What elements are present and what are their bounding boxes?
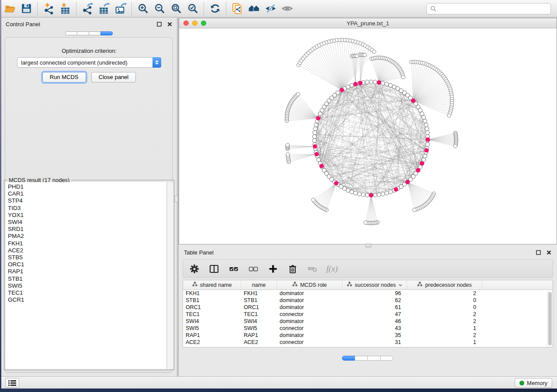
column-type-icon (192, 282, 197, 288)
export-image-button[interactable] (112, 2, 129, 16)
table-scrollbar-thumb[interactable] (548, 292, 552, 345)
column-header[interactable]: successor nodes (343, 280, 407, 289)
zoom-out-button[interactable] (151, 2, 168, 16)
mcds-result-item[interactable]: TID3 (8, 205, 166, 212)
delete-column-button[interactable] (287, 263, 299, 275)
table-row[interactable]: FKH1 FKH1 dominator 96 2 (183, 290, 553, 297)
mcds-result-item[interactable]: CAR1 (8, 190, 166, 197)
hide-selected-button[interactable] (262, 2, 279, 16)
column-header[interactable]: shared name (183, 280, 241, 289)
toolbar-separator (226, 2, 226, 15)
trash-icon (288, 264, 298, 274)
table-row[interactable]: YOX1 YOX1 connector 29 1 (183, 346, 553, 347)
table-row[interactable]: RAP1 RAP1 dominator 35 2 (183, 332, 553, 339)
table-settings-button[interactable] (188, 263, 201, 275)
memory-label: Memory (527, 380, 547, 386)
table-row[interactable]: ORC1 ORC1 dominator 61 0 (183, 304, 553, 311)
network-graph[interactable] (179, 28, 557, 244)
float-table-panel-icon[interactable] (535, 250, 541, 256)
close-table-panel-icon[interactable] (546, 250, 552, 256)
function-builder-button[interactable]: f(x) (326, 263, 338, 275)
mcds-result-item[interactable]: PHD1 (8, 183, 166, 190)
share-document-button[interactable] (229, 2, 246, 16)
table-row[interactable]: SWI5 SWI5 connector 43 1 (183, 325, 553, 332)
vertical-splitter-handle[interactable] (174, 196, 178, 202)
task-history-button[interactable] (5, 378, 19, 388)
delete-table-icon (308, 264, 317, 274)
close-panel-button[interactable]: Close panel (91, 72, 136, 83)
refresh-button[interactable] (207, 2, 223, 16)
refresh-icon (209, 3, 221, 14)
mcds-result-item[interactable]: SWI5 (8, 282, 166, 289)
table-scrollbar[interactable] (547, 290, 553, 347)
toolbar-separator (37, 2, 38, 15)
mcds-result-item[interactable]: RAP1 (8, 268, 166, 275)
control-panel-tab[interactable] (100, 31, 113, 35)
import-table-button[interactable] (57, 2, 73, 16)
table-tab[interactable] (342, 356, 355, 361)
mcds-result-item[interactable]: STB1 (8, 275, 166, 282)
mcds-result-item[interactable]: GCR1 (8, 296, 166, 303)
delete-table-button[interactable] (306, 263, 318, 275)
control-panel-tab[interactable] (77, 31, 89, 35)
table-tab[interactable] (367, 356, 381, 361)
control-panel-tab[interactable] (89, 31, 101, 35)
mcds-result-item[interactable]: SWI4 (8, 219, 166, 226)
table-panel: Table Panel f(x) (179, 247, 557, 376)
import-network-button[interactable] (40, 2, 57, 16)
memory-button[interactable]: Memory (515, 378, 552, 388)
open-file-button[interactable] (1, 2, 18, 16)
first-neighbors-button[interactable] (246, 2, 262, 16)
table-row[interactable]: TEC1 TEC1 connector 47 2 (183, 311, 553, 318)
mcds-result-item[interactable]: SRD1 (8, 226, 166, 233)
node-table-header: shared name name MCDS role successor nod… (183, 280, 553, 290)
column-header[interactable]: predecessor nodes (407, 280, 482, 289)
network-canvas[interactable] (179, 28, 557, 244)
mcds-result-item[interactable]: FKH1 (8, 240, 166, 247)
table-row[interactable]: STB1 STB1 dominator 62 0 (183, 297, 553, 304)
mcds-result-item[interactable]: STP4 (8, 197, 166, 204)
table-tab[interactable] (380, 356, 393, 361)
mcds-result-list: PHD1CAR1STP4TID3YOX1SWI4SRD1PMA2FKH1ACE2… (5, 182, 167, 369)
column-header[interactable]: MCDS role (277, 280, 343, 289)
toolbar-separator (131, 2, 132, 15)
show-columns-button[interactable] (208, 263, 220, 275)
mcds-result-item[interactable]: STB5 (8, 254, 166, 261)
mcds-list-scrollbar[interactable] (167, 182, 173, 369)
mcds-result-item[interactable]: ORC1 (8, 261, 166, 268)
export-network-button[interactable] (79, 2, 96, 16)
mcds-result-item[interactable]: PMA2 (8, 233, 166, 240)
table-row[interactable]: ACE2 ACE2 connector 31 1 (183, 339, 553, 346)
control-panel-tab[interactable] (65, 31, 77, 35)
zoom-selected-button[interactable] (184, 2, 201, 16)
export-table-icon (98, 3, 110, 14)
zoom-fit-button[interactable] (168, 2, 184, 16)
zoom-out-icon (154, 3, 166, 14)
add-column-button[interactable] (267, 263, 279, 275)
column-type-icon (417, 282, 422, 288)
save-session-button[interactable] (18, 2, 35, 16)
float-panel-icon[interactable] (156, 21, 162, 27)
main-toolbar (1, 0, 557, 17)
table-panel-tabs (179, 356, 557, 361)
node-table-body: FKH1 FKH1 dominator 96 2 STB1 STB1 domin… (183, 290, 553, 347)
close-panel-icon[interactable] (166, 21, 173, 27)
mcds-result-item[interactable]: YOX1 (8, 212, 166, 219)
show-all-button[interactable] (279, 2, 295, 16)
plus-icon (268, 264, 278, 274)
run-mcds-button[interactable]: Run MCDS (42, 72, 86, 83)
table-tab[interactable] (355, 356, 368, 361)
mcds-result-item[interactable]: TEC1 (8, 289, 166, 296)
optimization-dropdown[interactable]: largest connected component (undirected) (17, 57, 161, 68)
share-document-icon (232, 3, 243, 14)
column-header[interactable]: name (241, 280, 277, 289)
zoom-in-button[interactable] (135, 2, 151, 16)
search-input[interactable] (439, 6, 547, 12)
mcds-result-item[interactable]: ACE2 (8, 247, 166, 254)
deselect-all-button[interactable] (247, 263, 259, 275)
select-all-button[interactable] (228, 263, 240, 275)
table-row[interactable]: SWI4 SWI4 dominator 46 2 (183, 318, 553, 325)
export-table-button[interactable] (96, 2, 112, 16)
optimization-label: Optimization criterion: (1, 48, 177, 54)
column-type-icon (347, 282, 352, 288)
